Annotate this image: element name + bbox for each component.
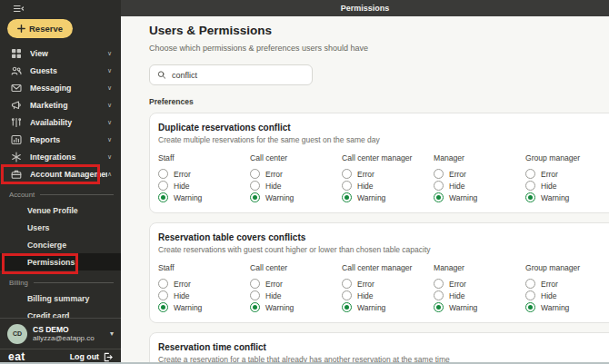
radio-unselected-icon[interactable] bbox=[158, 279, 168, 289]
radio-option-hide[interactable]: Hide bbox=[434, 180, 525, 192]
role-column-manager: ManagerErrorHideWarning bbox=[434, 263, 525, 313]
sidebar-item-account-management[interactable]: Account Management ∧ bbox=[0, 165, 121, 182]
radio-unselected-icon[interactable] bbox=[434, 279, 444, 289]
radio-unselected-icon[interactable] bbox=[342, 181, 352, 191]
radio-option-hide[interactable]: Hide bbox=[250, 290, 342, 301]
role-name: Call center bbox=[250, 263, 342, 272]
radio-option-error[interactable]: Error bbox=[434, 278, 525, 290]
radio-selected-icon[interactable] bbox=[342, 302, 352, 312]
radio-option-error[interactable]: Error bbox=[525, 168, 609, 180]
reserve-button[interactable]: Reserve bbox=[7, 19, 73, 38]
radio-unselected-icon[interactable] bbox=[525, 169, 535, 179]
radio-selected-icon[interactable] bbox=[250, 192, 260, 202]
radio-selected-icon[interactable] bbox=[434, 192, 444, 202]
preferences-section-label: Preferences bbox=[149, 97, 609, 106]
radio-selected-icon[interactable] bbox=[158, 302, 168, 312]
collapse-sidebar-icon[interactable] bbox=[13, 3, 121, 15]
sidebar-item-availability[interactable]: Availability ∨ bbox=[0, 113, 121, 131]
radio-unselected-icon[interactable] bbox=[525, 181, 535, 191]
radio-option-warning[interactable]: Warning bbox=[250, 192, 342, 203]
radio-unselected-icon[interactable] bbox=[250, 169, 260, 179]
radio-unselected-icon[interactable] bbox=[434, 290, 444, 300]
radio-option-warning[interactable]: Warning bbox=[525, 301, 609, 313]
radio-option-hide[interactable]: Hide bbox=[342, 180, 434, 192]
radio-unselected-icon[interactable] bbox=[342, 169, 352, 179]
radio-option-label: Hide bbox=[541, 291, 556, 300]
sidebar-item-marketing[interactable]: Marketing ∨ bbox=[0, 96, 121, 113]
chevron-down-icon: ∨ bbox=[107, 84, 112, 92]
radio-selected-icon[interactable] bbox=[525, 302, 535, 312]
radio-option-warning[interactable]: Warning bbox=[342, 301, 434, 313]
divider bbox=[34, 282, 114, 283]
divider bbox=[40, 194, 114, 195]
radio-unselected-icon[interactable] bbox=[250, 181, 260, 191]
radio-option-error[interactable]: Error bbox=[158, 168, 250, 180]
search-box[interactable] bbox=[149, 64, 313, 85]
user-texts: CS DEMO allyzza@eatapp.co bbox=[33, 325, 110, 342]
radio-option-error[interactable]: Error bbox=[158, 278, 250, 290]
radio-unselected-icon[interactable] bbox=[342, 279, 352, 289]
radio-selected-icon[interactable] bbox=[525, 192, 535, 202]
radio-option-label: Error bbox=[541, 280, 558, 289]
radio-option-hide[interactable]: Hide bbox=[342, 290, 434, 301]
radio-option-error[interactable]: Error bbox=[525, 278, 609, 290]
radio-unselected-icon[interactable] bbox=[525, 290, 535, 300]
radio-option-warning[interactable]: Warning bbox=[525, 192, 609, 203]
radio-unselected-icon[interactable] bbox=[434, 169, 444, 179]
radio-option-error[interactable]: Error bbox=[342, 168, 434, 180]
radio-option-label: Hide bbox=[265, 291, 281, 300]
sidebar-item-guests[interactable]: Guests ∨ bbox=[0, 62, 121, 79]
radio-option-hide[interactable]: Hide bbox=[525, 180, 609, 192]
radio-option-label: Error bbox=[357, 280, 374, 289]
radio-option-hide[interactable]: Hide bbox=[250, 180, 342, 192]
radio-unselected-icon[interactable] bbox=[158, 290, 168, 300]
radio-unselected-icon[interactable] bbox=[525, 279, 535, 289]
radio-option-warning[interactable]: Warning bbox=[250, 301, 342, 313]
sidebar-item-view[interactable]: View ∨ bbox=[0, 44, 121, 62]
radio-unselected-icon[interactable] bbox=[342, 290, 352, 300]
user-email: allyzza@eatapp.co bbox=[33, 334, 110, 342]
radio-option-label: Warning bbox=[357, 303, 385, 312]
radio-option-label: Warning bbox=[449, 303, 477, 312]
role-name: Call center manager bbox=[342, 263, 434, 272]
radio-option-warning[interactable]: Warning bbox=[434, 301, 525, 313]
radio-option-error[interactable]: Error bbox=[342, 278, 434, 290]
radio-option-error[interactable]: Error bbox=[434, 168, 525, 180]
chevron-down-icon: ∨ bbox=[107, 136, 112, 143]
radio-option-error[interactable]: Error bbox=[250, 278, 342, 290]
search-input[interactable] bbox=[172, 71, 304, 80]
sidebar-item-billing-summary[interactable]: Billing summary bbox=[0, 290, 121, 307]
radio-selected-icon[interactable] bbox=[342, 192, 352, 202]
radio-option-label: Error bbox=[265, 280, 283, 289]
radio-selected-icon[interactable] bbox=[250, 302, 260, 312]
sidebar-item-reports[interactable]: Reports ∨ bbox=[0, 131, 121, 148]
radio-selected-icon[interactable] bbox=[158, 192, 168, 202]
chart-icon bbox=[11, 134, 22, 145]
radio-unselected-icon[interactable] bbox=[250, 279, 260, 289]
radio-option-warning[interactable]: Warning bbox=[434, 192, 525, 203]
radio-unselected-icon[interactable] bbox=[158, 181, 168, 191]
sidebar-item-integrations[interactable]: Integrations ∨ bbox=[0, 148, 121, 165]
logout-button[interactable]: Log out bbox=[70, 352, 113, 362]
radio-unselected-icon[interactable] bbox=[434, 181, 444, 191]
radio-unselected-icon[interactable] bbox=[158, 169, 168, 179]
sidebar-item-venue-profile[interactable]: Venue Profile bbox=[0, 202, 121, 219]
radio-option-warning[interactable]: Warning bbox=[158, 192, 250, 203]
user-menu[interactable]: CD CS DEMO allyzza@eatapp.co ▾ bbox=[0, 318, 121, 349]
radio-option-hide[interactable]: Hide bbox=[434, 290, 525, 301]
sidebar-item-concierge[interactable]: Concierge bbox=[0, 236, 121, 253]
radio-option-warning[interactable]: Warning bbox=[158, 301, 250, 313]
radio-option-hide[interactable]: Hide bbox=[158, 180, 250, 192]
sidebar-item-users[interactable]: Users bbox=[0, 219, 121, 236]
role-name: Manager bbox=[434, 263, 525, 272]
radio-option-hide[interactable]: Hide bbox=[158, 290, 250, 301]
radio-unselected-icon[interactable] bbox=[250, 290, 260, 300]
radio-option-error[interactable]: Error bbox=[250, 168, 342, 180]
user-name: CS DEMO bbox=[33, 325, 110, 334]
radio-selected-icon[interactable] bbox=[434, 302, 444, 312]
radio-option-warning[interactable]: Warning bbox=[342, 192, 434, 203]
radio-option-hide[interactable]: Hide bbox=[525, 290, 609, 301]
sidebar-item-permissions[interactable]: Permissions bbox=[0, 253, 121, 271]
top-bar: Permissions bbox=[121, 0, 609, 16]
sidebar-item-messaging[interactable]: Messaging ∨ bbox=[0, 79, 121, 96]
